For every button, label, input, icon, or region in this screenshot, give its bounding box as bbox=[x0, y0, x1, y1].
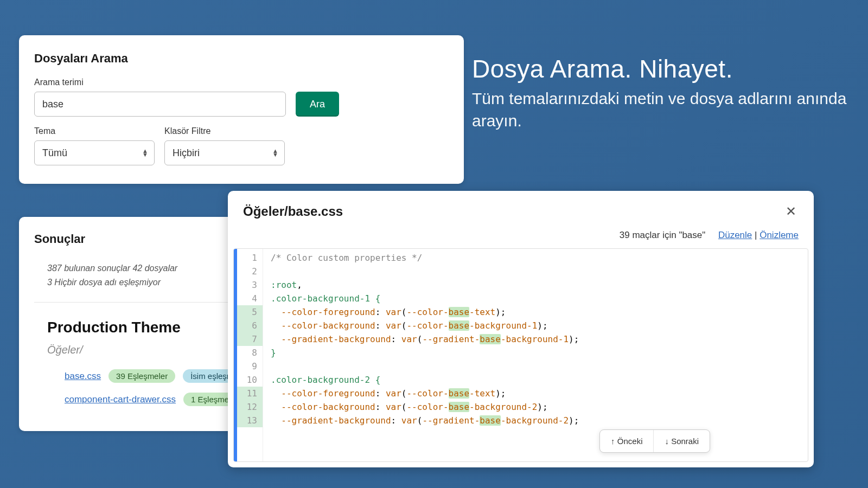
line-number: 13 bbox=[237, 414, 263, 427]
next-match-button[interactable]: ↓ Sonraki bbox=[654, 430, 710, 452]
line-number: 12 bbox=[237, 400, 263, 414]
search-card-title: Dosyaları Arama bbox=[34, 52, 449, 66]
folder-filter-label: Klasör Filtre bbox=[164, 126, 285, 136]
search-input[interactable] bbox=[34, 92, 286, 117]
code-line: --gradient-background: var(--gradient-ba… bbox=[263, 332, 808, 346]
line-number: 5 bbox=[237, 305, 263, 319]
file-link[interactable]: base.css bbox=[65, 371, 101, 382]
search-files-card: Dosyaları Arama Arama terimi Ara Tema Tü… bbox=[19, 35, 464, 184]
folder-filter-select[interactable]: Hiçbiri bbox=[164, 140, 285, 165]
close-button[interactable]: ✕ bbox=[783, 202, 799, 221]
line-number: 11 bbox=[237, 387, 263, 400]
line-number: 1 bbox=[237, 251, 263, 265]
match-nav-toolbar: ↑ Önceki ↓ Sonraki bbox=[599, 429, 710, 453]
preview-header: Öğeler/base.css ✕ bbox=[228, 191, 814, 230]
edit-link[interactable]: Düzenle bbox=[718, 230, 752, 240]
code-line: :root, bbox=[263, 278, 808, 292]
code-line: --color-background: var(--color-base-bac… bbox=[263, 400, 808, 414]
preview-meta: 39 maçlar için "base" Düzenle | Önizleme bbox=[228, 230, 814, 248]
code-viewer[interactable]: 12345678910111213 /* Color custom proper… bbox=[233, 248, 808, 462]
line-number: 3 bbox=[237, 278, 263, 292]
hero-title: Dosya Arama. Nihayet. bbox=[472, 54, 868, 84]
code-line: --color-foreground: var(--color-base-tex… bbox=[263, 387, 808, 400]
meta-separator: | bbox=[755, 230, 760, 240]
match-count-badge: 39 Eşleşmeler bbox=[108, 369, 175, 383]
line-number: 8 bbox=[237, 346, 263, 359]
code-line: .color-background-2 { bbox=[263, 373, 808, 387]
file-link[interactable]: component-cart-drawer.css bbox=[65, 394, 176, 405]
code-line bbox=[263, 265, 808, 278]
file-preview-card: Öğeler/base.css ✕ 39 maçlar için "base" … bbox=[228, 191, 814, 467]
hero-subtitle: Tüm temalarınızdaki metin ve dosya adlar… bbox=[472, 88, 868, 132]
code-line: /* Color custom properties */ bbox=[263, 251, 808, 265]
code-line: --color-foreground: var(--color-base-tex… bbox=[263, 305, 808, 319]
code-line: --gradient-background: var(--gradient-ba… bbox=[263, 414, 808, 427]
code-line: .color-background-1 { bbox=[263, 292, 808, 305]
preview-link[interactable]: Önizleme bbox=[760, 230, 799, 240]
line-number: 10 bbox=[237, 373, 263, 387]
code-line: } bbox=[263, 346, 808, 359]
code-line bbox=[263, 359, 808, 373]
code-line: --color-background: var(--color-base-bac… bbox=[263, 319, 808, 332]
line-number: 9 bbox=[237, 359, 263, 373]
code-lines: /* Color custom properties */:root,.colo… bbox=[263, 249, 808, 461]
line-number: 7 bbox=[237, 332, 263, 346]
search-button[interactable]: Ara bbox=[296, 92, 339, 117]
line-number-gutter: 12345678910111213 bbox=[237, 249, 263, 461]
theme-filter-label: Tema bbox=[34, 126, 155, 136]
hero: Dosya Arama. Nihayet. Tüm temalarınızdak… bbox=[472, 54, 868, 132]
theme-filter-select[interactable]: Tümü bbox=[34, 140, 155, 165]
line-number: 4 bbox=[237, 292, 263, 305]
search-term-row: Arama terimi Ara bbox=[34, 78, 449, 117]
line-number: 6 bbox=[237, 319, 263, 332]
preview-file-title: Öğeler/base.css bbox=[243, 204, 343, 219]
prev-match-button[interactable]: ↑ Önceki bbox=[600, 430, 654, 452]
search-term-label: Arama terimi bbox=[34, 78, 286, 87]
close-icon: ✕ bbox=[786, 204, 796, 219]
match-count-text: 39 maçlar için "base" bbox=[620, 230, 706, 240]
line-number: 2 bbox=[237, 265, 263, 278]
